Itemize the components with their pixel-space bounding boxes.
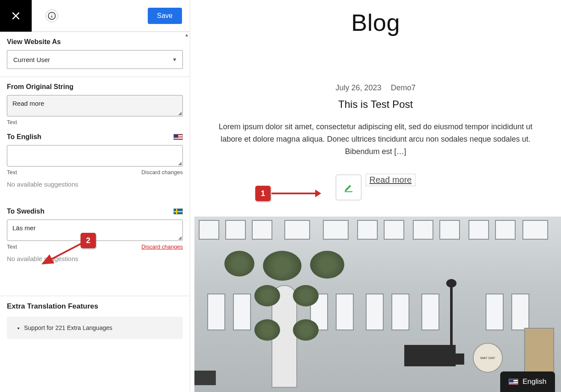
post-block: July 26, 2023 Demo7 This is Test Post Lo… xyxy=(190,83,561,200)
extra-heading: Extra Translation Features xyxy=(7,302,183,311)
arrow-head-icon xyxy=(315,190,321,197)
save-button[interactable]: Save xyxy=(148,8,182,24)
to-swedish-discard[interactable]: Discard changes xyxy=(141,244,183,250)
pencil-icon xyxy=(343,182,354,193)
resize-handle-icon xyxy=(177,111,182,115)
photo-signage: MAY DAY xyxy=(473,343,503,373)
language-switcher[interactable]: English xyxy=(500,371,555,392)
view-as-heading: View Website As xyxy=(7,38,183,46)
from-heading: From Original String xyxy=(7,83,183,91)
to-swedish-suggestions: No available suggestions xyxy=(7,255,183,262)
blog-title: Blog xyxy=(190,9,561,36)
flag-us-icon xyxy=(509,379,518,385)
svg-point-3 xyxy=(446,279,457,288)
annotation-callout-1: 1 xyxy=(255,186,271,201)
read-more-link[interactable]: Read more xyxy=(366,174,416,186)
flag-us-icon xyxy=(173,134,183,140)
resize-handle-icon xyxy=(177,161,182,165)
svg-line-5 xyxy=(43,243,82,264)
section-extra-features: Extra Translation Features Support for 2… xyxy=(0,296,190,347)
to-english-heading: To English xyxy=(7,133,42,141)
photo-signage xyxy=(404,353,464,365)
app-root: Save ▲ View Website As Current User ▾ Fr… xyxy=(0,0,561,392)
from-value: Read more xyxy=(12,100,44,107)
photo-signage xyxy=(194,371,216,385)
featured-image: MAY DAY xyxy=(194,217,561,392)
view-as-select[interactable]: Current User ▾ xyxy=(7,50,183,69)
to-english-textarea[interactable] xyxy=(7,145,183,166)
annotation-arrow-1 xyxy=(272,193,315,194)
sidebar-scroll[interactable]: View Website As Current User ▾ From Orig… xyxy=(0,32,190,392)
post-title[interactable]: This is Test Post xyxy=(216,98,535,110)
streetlamp-icon xyxy=(443,276,460,353)
close-icon xyxy=(10,10,21,21)
section-from-string: From Original String Read more Text xyxy=(0,77,190,133)
info-button[interactable] xyxy=(45,9,58,22)
preview-pane: Blog July 26, 2023 Demo7 This is Test Po… xyxy=(190,0,561,392)
svg-rect-4 xyxy=(450,287,453,351)
sidebar-panel: Save ▲ View Website As Current User ▾ Fr… xyxy=(0,0,190,392)
to-english-discard[interactable]: Discard changes xyxy=(141,169,183,175)
extra-box: Support for 221 Extra Languages xyxy=(7,317,183,339)
from-textarea: Read more xyxy=(7,95,183,116)
chevron-down-icon: ▾ xyxy=(173,56,176,63)
sidebar-topbar: Save xyxy=(0,0,190,32)
translate-edit-button[interactable] xyxy=(336,175,361,200)
to-english-suggestions: No available suggestions xyxy=(7,181,183,188)
flag-se-icon xyxy=(173,208,183,214)
close-button[interactable] xyxy=(0,0,32,32)
language-label: English xyxy=(522,377,546,386)
svg-point-1 xyxy=(51,14,52,15)
resize-handle-icon xyxy=(177,235,182,240)
section-view-as: View Website As Current User ▾ xyxy=(0,32,190,77)
post-date: July 26, 2023 xyxy=(335,83,381,92)
svg-rect-2 xyxy=(345,191,352,192)
post-excerpt: Lorem ipsum dolor sit amet, consectetur … xyxy=(216,121,535,157)
to-english-type-label: Text xyxy=(7,169,17,175)
section-to-english: To English Text Discard changes No avail… xyxy=(0,133,190,196)
post-author: Demo7 xyxy=(391,83,416,92)
from-type-label: Text xyxy=(7,119,183,125)
extra-item: Support for 221 Extra Languages xyxy=(24,324,176,331)
to-swedish-heading: To Swedish xyxy=(7,208,45,215)
to-swedish-value: Läs mer xyxy=(12,224,36,232)
info-icon xyxy=(48,12,56,20)
annotation-arrow-2 xyxy=(39,241,87,267)
view-as-value: Current User xyxy=(13,56,50,63)
to-swedish-type-label: Text xyxy=(7,244,17,250)
post-meta: July 26, 2023 Demo7 xyxy=(216,83,535,92)
